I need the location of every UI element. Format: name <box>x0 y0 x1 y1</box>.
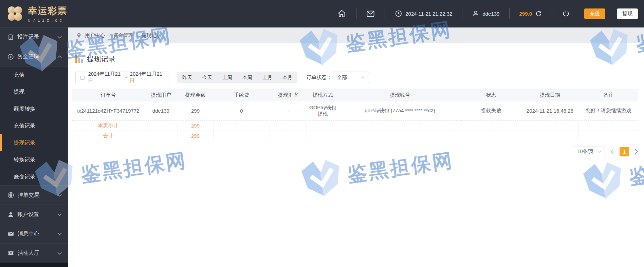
sidebar-item-pending-orders[interactable]: 挂单交易 <box>0 185 68 205</box>
home-icon[interactable] <box>337 9 346 18</box>
date-end: 2024年11月21日 <box>130 71 164 84</box>
pending-orders-icon <box>7 192 14 198</box>
chart-bars-icon <box>75 55 83 63</box>
breadcrumb: 用户中心 › 资金管理 › 提现记录 <box>68 27 644 43</box>
sidebar-bottom-strip <box>0 263 68 267</box>
account-settings-icon <box>7 211 14 218</box>
chevron-down-icon <box>57 194 62 197</box>
withdraw-button[interactable]: 提现 <box>617 8 638 19</box>
breadcrumb-item-funds[interactable]: 资金管理 <box>113 32 133 39</box>
username-text: dde139 <box>482 11 499 17</box>
quick-date-filters: 昨天 今天 上周 本周 上月 本月 <box>177 72 297 83</box>
chevron-down-icon <box>57 36 62 39</box>
funds-submenu: 充值 提现 额度转换 充值记录 提现记录 转换记录 账变记录 <box>0 66 68 185</box>
refresh-icon[interactable] <box>535 10 542 17</box>
clover-logo-icon <box>5 4 24 23</box>
header-divider <box>509 8 510 19</box>
breadcrumb-item-user-center[interactable]: 用户中心 <box>85 32 105 39</box>
sidebar: 投注记录 ¥ 资金管理 充值 提现 额度转换 充值记录 提现记录 转换记录 账变… <box>0 27 68 267</box>
recharge-button[interactable]: 充值 <box>584 8 605 19</box>
cell-fee: 0 <box>213 101 270 120</box>
logo: 幸运彩票 0711z.cc <box>0 4 88 23</box>
breadcrumb-separator: › <box>108 33 110 38</box>
site-title: 幸运彩票 <box>28 5 67 17</box>
bet-records-icon <box>7 34 14 40</box>
chevron-down-icon <box>57 252 62 255</box>
pagination: 10条/页 1 <box>72 147 638 157</box>
funds-icon: ¥ <box>7 54 14 60</box>
sidebar-item-withdraw[interactable]: 提现 <box>0 83 68 100</box>
activity-hall-icon: ¥ <box>7 250 14 256</box>
user-icon <box>472 10 479 17</box>
app-root: 幸运彩票 0711z.cc 2024-11-21 21:22:32 dde139 <box>0 0 644 267</box>
page-number-button[interactable]: 1 <box>620 147 629 156</box>
sidebar-item-quota-transfer[interactable]: 额度转换 <box>0 100 68 117</box>
sidebar-item-funds-management[interactable]: ¥ 资金管理 <box>0 47 68 66</box>
total-label: 合计 <box>72 131 144 141</box>
breadcrumb-item-withdraw-records: 提现记录 <box>141 32 162 39</box>
cell-account: goPay钱包 (77a4 **** **** **d2) <box>339 101 461 120</box>
withdraw-records-table: 订单号 提现用户 提现金额 手续费 提现汇率 提现方式 提现账号 状态 提现日期… <box>72 89 638 141</box>
order-status-label: 订单状态： <box>306 74 332 81</box>
main-area: 用户中心 › 资金管理 › 提现记录 提现记录 2024年11月21日 - 20… <box>68 27 644 267</box>
cell-amount: 299 <box>178 101 213 120</box>
mail-icon[interactable] <box>366 9 375 18</box>
filter-yesterday[interactable]: 昨天 <box>177 72 197 83</box>
sidebar-item-withdraw-records[interactable]: 提现记录 <box>0 134 68 151</box>
chevron-up-icon <box>57 55 62 58</box>
filter-last-month[interactable]: 上月 <box>257 72 277 83</box>
content: 提现记录 2024年11月21日 - 2024年11月21日 昨天 今天 上周 … <box>68 43 644 267</box>
header-divider <box>552 8 552 19</box>
sidebar-item-deposit-records[interactable]: 充值记录 <box>0 117 68 134</box>
user-menu[interactable]: dde139 <box>472 10 499 17</box>
header-divider <box>356 8 356 19</box>
table-header-row: 订单号 提现用户 提现金额 手续费 提现汇率 提现方式 提现账号 状态 提现日期… <box>72 89 638 101</box>
filter-today[interactable]: 今天 <box>197 72 217 83</box>
server-time: 2024-11-21 21:22:32 <box>395 10 452 17</box>
filter-row: 2024年11月21日 - 2024年11月21日 昨天 今天 上周 本周 上月… <box>72 72 638 83</box>
breadcrumb-separator: › <box>136 33 138 38</box>
filter-last-week[interactable]: 上周 <box>217 72 237 83</box>
next-page-icon[interactable] <box>634 149 638 154</box>
subtotal-row: 本页小计 299 <box>72 120 638 131</box>
filter-this-month[interactable]: 本月 <box>277 72 297 83</box>
cell-remark: 您好！请您继续游戏 <box>579 101 638 120</box>
subtotal-label: 本页小计 <box>72 120 144 131</box>
sidebar-item-account-change-records[interactable]: 账变记录 <box>0 168 68 185</box>
site-domain: 0711z.cc <box>28 18 67 23</box>
prev-page-icon[interactable] <box>610 149 614 154</box>
cell-status: 提款失败 <box>461 101 521 120</box>
chevron-down-icon <box>57 232 62 235</box>
cell-user: dde139 <box>144 101 178 120</box>
calendar-icon <box>80 75 85 80</box>
header-divider <box>385 8 385 19</box>
header-divider <box>462 8 462 19</box>
total-amount: 299 <box>178 131 213 141</box>
chevron-down-icon <box>57 213 62 216</box>
cell-rate: - <box>270 101 307 120</box>
chevron-down-icon <box>598 150 602 153</box>
date-start: 2024年11月21日 <box>88 71 122 84</box>
page-title: 提现记录 <box>87 54 115 64</box>
sidebar-item-activity-hall[interactable]: ¥ 活动大厅 <box>0 243 68 263</box>
cell-order-no: tx241121o4ZHYF34719772 <box>72 101 144 120</box>
table-row: tx241121o4ZHYF34719772 dde139 299 0 - GO… <box>72 101 638 120</box>
page-size-select[interactable]: 10条/页 <box>572 147 605 157</box>
balance-amount: 299.0 <box>519 11 532 17</box>
total-row: 合计 299 <box>72 131 638 141</box>
location-pin-icon <box>76 33 82 38</box>
logout-power-icon[interactable] <box>562 9 570 18</box>
sidebar-item-account-settings[interactable]: 账户设置 <box>0 205 68 224</box>
sidebar-item-message-center[interactable]: 消息中心 <box>0 224 68 243</box>
sidebar-item-transfer-records[interactable]: 转换记录 <box>0 151 68 168</box>
filter-this-week[interactable]: 本周 <box>237 72 257 83</box>
date-range-picker[interactable]: 2024年11月21日 - 2024年11月21日 <box>75 72 168 83</box>
sidebar-item-bet-records[interactable]: 投注记录 <box>0 27 68 47</box>
svg-text:¥: ¥ <box>10 251 12 255</box>
cell-date: 2024-11-21 16:48:28 <box>521 101 579 120</box>
order-status-select[interactable]: 全部 <box>332 72 369 83</box>
sidebar-item-deposit[interactable]: 充值 <box>0 66 68 83</box>
clock-icon <box>395 10 402 17</box>
message-center-icon <box>7 230 14 237</box>
chevron-down-icon <box>361 76 365 79</box>
